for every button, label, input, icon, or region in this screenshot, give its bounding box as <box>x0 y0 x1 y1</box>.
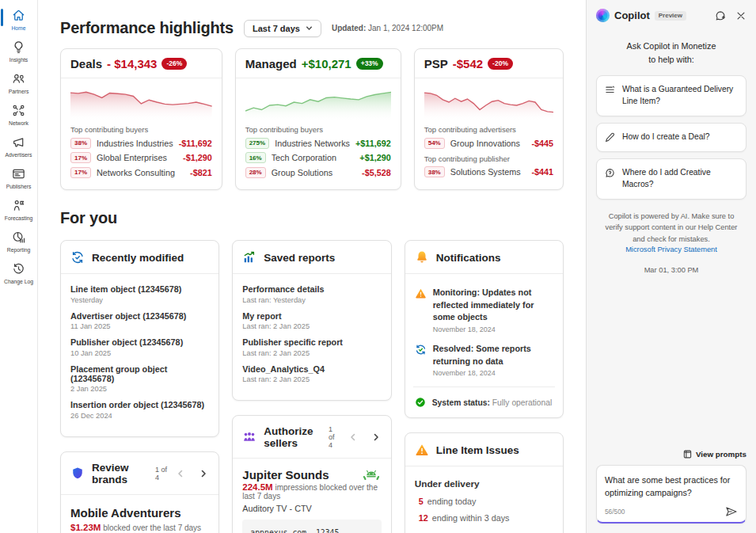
list-item[interactable]: Placement group object (12345678)2 Jan 2… <box>70 364 209 394</box>
copilot-intro: Ask Copilot in Monetizeto help with: <box>598 40 745 66</box>
brand-name: Mobile Adventurers <box>70 506 209 520</box>
sidebar-item-change-log[interactable]: Change Log <box>0 257 38 289</box>
contributor-row[interactable]: 38% Solutions Systems -$441 <box>424 166 553 177</box>
network-icon <box>11 103 26 118</box>
blocked-impressions-line: 224.5M impressions blocked over the last… <box>242 482 381 501</box>
pct-badge: 38% <box>424 166 445 177</box>
sidebar-item-advertisers[interactable]: Advertisers <box>0 131 38 162</box>
prev-page-button[interactable] <box>348 433 359 441</box>
android-icon <box>361 468 382 482</box>
contributor-row[interactable]: 17% Networks Consulting -$821 <box>70 167 212 178</box>
change-badge: -26% <box>161 58 187 70</box>
sidebar-item-publishers[interactable]: Publishers <box>0 162 38 194</box>
perf-card-managed[interactable]: Managed +$10,271 +33% Top contributing b… <box>235 48 401 190</box>
sidebar-item-home[interactable]: Home <box>0 4 38 36</box>
contributor-value: +$11,692 <box>355 139 391 148</box>
list-icon <box>605 85 615 95</box>
char-count: 56/500 <box>605 508 625 516</box>
sellers-people-icon <box>242 430 256 444</box>
contributor-value: -$1,290 <box>183 153 212 162</box>
contributor-row[interactable]: 54% Group Innovations -$445 <box>424 138 553 149</box>
question-bubble-icon <box>605 168 615 178</box>
pagination-label: 1 of 4 <box>155 466 168 482</box>
copilot-logo-icon <box>596 9 610 22</box>
close-icon[interactable] <box>735 10 747 21</box>
contrib-label: Top contributing publisher <box>424 154 553 163</box>
copilot-suggestion[interactable]: What is a Guaranteed Delivery Line Item? <box>596 75 747 116</box>
next-page-button[interactable] <box>370 433 382 441</box>
card-title: Review brands <box>92 462 146 485</box>
date-range-dropdown[interactable]: Last 7 days <box>244 20 321 37</box>
contributor-name: Tech Corporation <box>272 153 355 162</box>
privacy-statement-link[interactable]: Microsoft Privacy Statement <box>587 246 756 253</box>
sidebar-item-label: Advertisers <box>6 152 32 158</box>
contributor-name: Group Solutions <box>272 168 356 177</box>
contrib-label: Top contributing buyers <box>70 125 212 134</box>
send-button[interactable] <box>725 506 738 517</box>
ads-txt-code[interactable]: appnexus.com, 12345, DIRECT, a1ab23cb456… <box>242 520 381 533</box>
list-item[interactable]: Publisher object (12345678)10 Jan 2025 <box>70 337 209 357</box>
lightbulb-icon <box>11 40 26 55</box>
contributor-name: Group Innovations <box>450 139 526 148</box>
perf-card-psp[interactable]: PSP -$542 -20% Top contributing advertis… <box>414 48 564 190</box>
list-item[interactable]: Performance detailsLast ran: Yesterday <box>242 284 381 304</box>
sidebar-item-partners[interactable]: Partners <box>0 67 38 99</box>
notifications-card: Notifications Monitoring: Updates not re… <box>405 240 564 418</box>
pagination-label: 1 of 4 <box>329 425 340 449</box>
view-prompts-button[interactable]: View prompts <box>596 450 747 459</box>
copilot-suggestion[interactable]: How do I create a Deal? <box>596 123 747 152</box>
chevron-right-icon <box>372 433 380 441</box>
copilot-panel: Copilot Preview Ask Copilot in Monetizet… <box>586 0 756 533</box>
contributor-row[interactable]: 17% Global Enterprises -$1,290 <box>70 152 212 163</box>
pct-badge: 38% <box>70 138 91 149</box>
change-badge: +33% <box>356 58 383 70</box>
issue-row[interactable]: 5ending today <box>419 497 553 506</box>
contributor-value: -$445 <box>531 139 553 148</box>
card-title: Deals <box>70 57 102 70</box>
notification-item[interactable]: Resolved: Some reports returning no data… <box>415 343 553 377</box>
contributor-row[interactable]: 28% Group Solutions -$5,528 <box>245 167 391 178</box>
contributor-name: Solutions Systems <box>450 167 526 177</box>
deals-sparkline <box>70 85 212 120</box>
chat-input-value: What are some best practices for optimiz… <box>605 474 738 499</box>
seller-name: Jupiter Sounds <box>242 468 329 482</box>
resolved-sync-icon <box>415 344 427 356</box>
people-icon <box>11 71 26 86</box>
sidebar-item-reporting[interactable]: Reporting <box>0 226 38 257</box>
next-page-button[interactable] <box>198 470 209 478</box>
contributor-row[interactable]: 38% Industries Industries -$11,692 <box>70 138 212 149</box>
copilot-chat-input[interactable]: What are some best practices for optimiz… <box>596 465 747 523</box>
issue-row[interactable]: 12ending within 3 days <box>419 513 553 523</box>
blocked-amount-line: $1.23M blocked over the last 7 days <box>70 523 209 532</box>
chevron-right-icon <box>199 470 207 478</box>
new-chat-icon[interactable] <box>715 10 726 21</box>
sidebar-item-label: Partners <box>9 89 29 94</box>
copilot-title: Copilot <box>614 10 650 21</box>
card-title: PSP <box>424 57 448 70</box>
perf-card-deals[interactable]: Deals - $14,343 -26% Top contributing bu… <box>60 48 222 190</box>
list-item[interactable]: Publisher specific reportLast ran: 2 Jan… <box>242 337 381 357</box>
copilot-suggestion[interactable]: Where do I add Creative Macros? <box>596 158 747 200</box>
sidebar-item-insights[interactable]: Insights <box>0 36 38 67</box>
card-title: Saved reports <box>264 252 335 264</box>
list-item[interactable]: Video_Analytics_Q4Last ran: 2 Jan 2025 <box>242 364 381 384</box>
pct-badge: 17% <box>70 167 91 178</box>
contributor-name: Global Enterprises <box>97 153 177 162</box>
list-item[interactable]: Insertion order object (12345678)26 Dec … <box>70 400 209 420</box>
sidebar-item-label: Change Log <box>4 279 33 284</box>
list-item[interactable]: Line item object (12345678)Yesterday <box>70 284 209 304</box>
shield-icon <box>70 466 85 481</box>
prompt-guide-icon <box>683 450 692 459</box>
saved-reports-card: Saved reports Performance detailsLast ra… <box>232 240 391 401</box>
card-title: Recently modified <box>92 252 184 264</box>
sidebar-item-forecasting[interactable]: Forecasting <box>0 194 38 226</box>
list-item[interactable]: Advertiser object (12345678)11 Jan 2025 <box>70 311 209 331</box>
contributor-value: -$5,528 <box>362 168 391 177</box>
contributor-row[interactable]: 16% Tech Corporation +$1,290 <box>245 152 391 163</box>
list-item[interactable]: My reportLast ran: 2 Jan 2025 <box>242 311 381 331</box>
card-title: Line Item Issues <box>436 444 519 456</box>
sidebar-item-network[interactable]: Network <box>0 99 38 131</box>
prev-page-button[interactable] <box>175 470 186 478</box>
contributor-row[interactable]: 275% Industries Networks +$11,692 <box>245 138 391 149</box>
notification-item[interactable]: Monitoring: Updates not reflected immedi… <box>415 287 553 333</box>
